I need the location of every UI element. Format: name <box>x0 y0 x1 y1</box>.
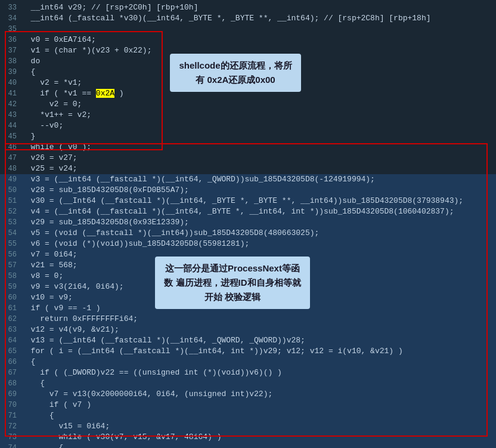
line-content: return 0xFFFFFFFFi64; <box>21 314 494 325</box>
code-line: 34 __int64 (_fastcall *v30)(__int64, _BY… <box>0 13 496 24</box>
code-line: 44 --v0; <box>0 121 496 131</box>
line-content: { <box>21 378 494 389</box>
line-number: 51 <box>2 196 21 206</box>
line-number: 69 <box>2 389 21 400</box>
line-content: while ( v0 ); <box>21 142 494 153</box>
line-content: if ( v7 ) <box>21 400 494 410</box>
line-number: 62 <box>2 314 21 325</box>
line-content: __int64 v29; // [rsp+2C0h] [rbp+10h] <box>21 2 494 13</box>
line-content: v0 = 0xEA7i64; <box>21 35 494 45</box>
line-number: 54 <box>2 228 21 239</box>
code-line: 52 v4 = (__int64 (__fastcall *)(__int64,… <box>0 206 496 217</box>
code-line: 55 v6 = (void (*)(void))sub_185D43205D8(… <box>0 239 496 249</box>
line-content: v4 = (__int64 (__fastcall *)(__int64, _B… <box>21 206 494 217</box>
code-line: 70 if ( v7 ) <box>0 400 496 410</box>
line-content: if ( (_DWORD)v22 == ((unsigned int (*)(v… <box>21 367 494 378</box>
code-line: 63 v12 = v4(v9, &v21); <box>0 325 496 335</box>
line-content: { <box>21 410 494 421</box>
line-number: 70 <box>2 400 21 410</box>
line-number: 47 <box>2 153 21 163</box>
line-number: 68 <box>2 378 21 389</box>
line-number: 74 <box>2 443 21 448</box>
code-line: 51 v30 = (__Int64 (__fastcall *)(__int64… <box>0 196 496 206</box>
code-line: 65 for ( i = (__int64 (__fastcall *)(__i… <box>0 346 496 357</box>
line-number: 52 <box>2 206 21 217</box>
line-content: v12 = v4(v9, &v21); <box>21 325 494 335</box>
line-number: 56 <box>2 249 21 260</box>
line-content: { <box>21 357 494 367</box>
line-content: v7 = v13(0x2000000i64, 0i64, (unsigned i… <box>21 389 494 400</box>
line-content: v25 = v24; <box>21 163 494 174</box>
line-number: 39 <box>2 67 21 78</box>
line-content: *v1++ = v2; <box>21 110 494 121</box>
line-content: v28 = sub_185D43205D8(0xFD0B55A7); <box>21 185 494 196</box>
line-content: v29 = sub_185D43205D8(0x93E12339); <box>21 217 494 228</box>
line-number: 73 <box>2 432 21 443</box>
line-content: --v0; <box>21 121 494 131</box>
line-number: 43 <box>2 110 21 121</box>
line-number: 48 <box>2 163 21 174</box>
line-number: 57 <box>2 260 21 271</box>
code-line: 47 v26 = v27; <box>0 153 496 163</box>
code-line: 46 while ( v0 ); <box>0 142 496 153</box>
line-content: v13 = (__int64 (__fastcall *)(__int64, _… <box>21 335 494 346</box>
line-content: v5 = (void (__fastcall *)(__int64))sub_1… <box>21 228 494 239</box>
code-line: 48 v25 = v24; <box>0 163 496 174</box>
annotation-process: 这一部分是通过ProcessNext等函数 遍历进程，进程ID和自身相等就开始 … <box>155 257 310 309</box>
line-content: v30 = (__Int64 (__fastcall *)(__int64, _… <box>21 196 494 206</box>
line-number: 35 <box>2 24 21 35</box>
code-line: 49 v3 = (__int64 (__fastcall *)(__int64,… <box>0 174 496 185</box>
code-line: 66 { <box>0 357 496 367</box>
code-line: 54 v5 = (void (__fastcall *)(__int64))su… <box>0 228 496 239</box>
code-line: 36 v0 = 0xEA7i64; <box>0 35 496 45</box>
line-content: } <box>21 131 494 142</box>
code-line: 43 *v1++ = v2; <box>0 110 496 121</box>
line-content: v26 = v27; <box>21 153 494 163</box>
line-content: v6 = (void (*)(void))sub_185D43205D8(559… <box>21 239 494 249</box>
code-line: 35 <box>0 24 496 35</box>
code-line: 45 } <box>0 131 496 142</box>
line-number: 33 <box>2 2 21 13</box>
code-line: 64 v13 = (__int64 (__fastcall *)(__int64… <box>0 335 496 346</box>
code-line: 72 v15 = 0i64; <box>0 421 496 432</box>
line-content: __int64 (_fastcall *v30)(__int64, _BYTE … <box>21 13 494 24</box>
line-number: 38 <box>2 56 21 67</box>
code-line: 73 while ( v30(v7, v15, &v17, 48i64) ) <box>0 432 496 443</box>
code-container: 33 __int64 v29; // [rsp+2C0h] [rbp+10h]3… <box>0 0 496 448</box>
line-number: 55 <box>2 239 21 249</box>
line-number: 65 <box>2 346 21 357</box>
line-number: 50 <box>2 185 21 196</box>
code-line: 67 if ( (_DWORD)v22 == ((unsigned int (*… <box>0 367 496 378</box>
line-content: while ( v30(v7, v15, &v17, 48i64) ) <box>21 432 494 443</box>
line-number: 60 <box>2 292 21 303</box>
line-content: v15 = 0i64; <box>21 421 494 432</box>
line-number: 59 <box>2 282 21 292</box>
code-line: 71 { <box>0 410 496 421</box>
line-number: 58 <box>2 271 21 282</box>
code-line: 50 v28 = sub_185D43205D8(0xFD0B55A7); <box>0 185 496 196</box>
code-line: 62 return 0xFFFFFFFFi64; <box>0 314 496 325</box>
code-line: 68 { <box>0 378 496 389</box>
line-number: 71 <box>2 410 21 421</box>
highlight-hex: 0x2A <box>96 89 114 98</box>
line-number: 64 <box>2 335 21 346</box>
line-content: v3 = (__int64 (__fastcall *)(__int64, _Q… <box>21 174 494 185</box>
line-number: 67 <box>2 367 21 378</box>
line-number: 63 <box>2 325 21 335</box>
code-line: 33 __int64 v29; // [rsp+2C0h] [rbp+10h] <box>0 2 496 13</box>
line-number: 53 <box>2 217 21 228</box>
line-content: v2 = 0; <box>21 99 494 110</box>
line-number: 61 <box>2 303 21 314</box>
line-number: 72 <box>2 421 21 432</box>
line-number: 46 <box>2 142 21 153</box>
line-number: 40 <box>2 78 21 88</box>
line-number: 49 <box>2 174 21 185</box>
line-number: 66 <box>2 357 21 367</box>
code-line: 53 v29 = sub_185D43205D8(0x93E12339); <box>0 217 496 228</box>
line-number: 45 <box>2 131 21 142</box>
code-line: 74 { <box>0 443 496 448</box>
line-number: 36 <box>2 35 21 45</box>
line-number: 42 <box>2 99 21 110</box>
line-number: 41 <box>2 88 21 99</box>
code-line: 42 v2 = 0; <box>0 99 496 110</box>
